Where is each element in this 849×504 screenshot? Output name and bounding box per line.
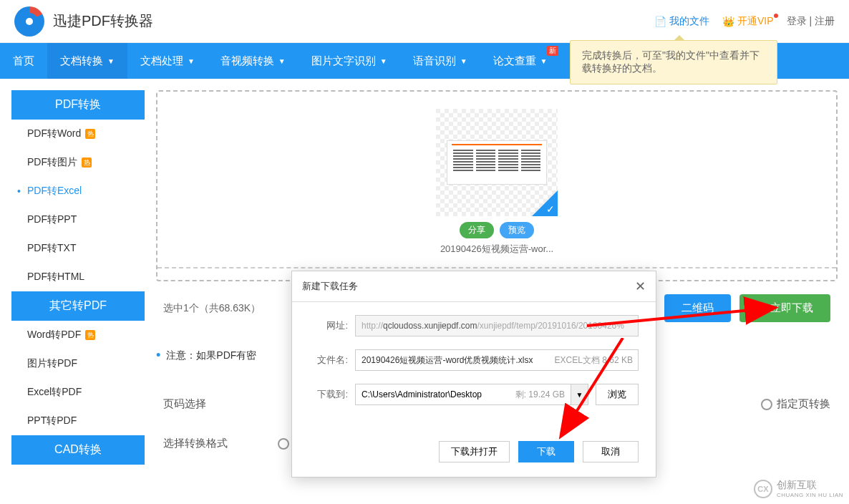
watermark-icon: CX [754,480,772,498]
sidebar-item[interactable]: PDF转图片热 [11,148,145,177]
path-dropdown[interactable]: ▼ [571,384,588,405]
download-dialog: 新建下载任务 ✕ 网址: http://qcloudoss.xunjiepdf.… [291,271,656,478]
qrcode-label: 二维码 [681,301,714,315]
chevron-down-icon: ▼ [188,57,195,65]
url-input: http://qcloudoss.xunjiepdf.com/xunjiepdf… [355,315,639,336]
specify-pages-label: 指定页转换 [777,397,830,411]
disk-free: 剩: 19.24 GB [515,389,565,401]
selected-check-icon [532,190,558,216]
download-icon: ⬇ [757,302,766,315]
format-label: 选择转换格式 [163,437,249,450]
file-meta: EXCEL文档 8.62 KB [555,354,633,367]
nav-item-4[interactable]: 图片文字识别▼ [299,43,400,79]
dialog-titlebar: 新建下载任务 ✕ [292,271,656,302]
filename-label: 文件名: [309,354,348,367]
file-drop-area[interactable]: 分享 预览 20190426短视频运营-wor... [156,90,838,281]
sidebar-item[interactable]: PDF转Excel [11,177,145,205]
hot-badge-icon: 热 [85,129,95,139]
file-thumbnail[interactable]: 分享 预览 20190426短视频运营-wor... [436,109,558,256]
download-button[interactable]: 下载 [518,441,574,462]
chevron-down-icon: ▼ [107,57,115,65]
sidebar-section-2[interactable]: CAD转换 [11,435,145,465]
vip-link[interactable]: 👑 开通VIP [722,15,774,28]
chevron-down-icon: ▼ [540,57,548,65]
nav-item-2[interactable]: 文档处理▼ [127,43,208,79]
saveto-path: C:\Users\Administrator\Desktop 剩: 19.24 … [355,384,571,405]
sidebar-item[interactable]: PDF转TXT [11,234,145,263]
download-now-button[interactable]: ⬇ 立即下载 [739,294,830,322]
file-name: 20190426短视频运营-wor... [436,243,558,256]
app-title: 迅捷PDF转换器 [53,11,153,31]
qrcode-button[interactable]: 二维码 [664,294,731,322]
download-label: 立即下载 [770,301,813,315]
sidebar-item[interactable]: 图片转PDF [11,349,145,378]
selection-info: 选中1个（共68.63K） [163,302,261,315]
crown-icon: 👑 [722,16,734,27]
new-badge: 新 [547,46,558,56]
nav-item-0[interactable]: 首页 [0,43,47,79]
saveto-label: 下载到: [309,388,348,401]
sidebar-item[interactable]: Excel转PDF [11,378,145,407]
specify-pages-radio[interactable]: 指定页转换 [761,397,830,411]
browse-button[interactable]: 浏览 [596,384,639,405]
download-and-open-button[interactable]: 下载并打开 [439,441,510,462]
dialog-title-text: 新建下载任务 [302,280,358,293]
sidebar-item[interactable]: PPT转PDF [11,407,145,435]
watermark-brand: 创新互联 [777,479,843,492]
notification-dot-icon [774,14,778,18]
my-files-link[interactable]: 📄 我的文件 [654,15,709,28]
share-button[interactable]: 分享 [460,222,494,238]
vip-label: 开通VIP [737,15,774,28]
sidebar-item[interactable]: PDF转PPT [11,205,145,234]
watermark: CX 创新互联 CHUANG XIN HU LIAN [754,479,843,498]
sidebar-section-0[interactable]: PDF转换 [11,90,145,120]
sidebar: PDF转换PDF转Word热PDF转图片热PDF转ExcelPDF转PPTPDF… [11,90,145,465]
hot-badge-icon: 热 [85,330,95,340]
page-select-label: 页码选择 [163,397,249,411]
nav-item-5[interactable]: 语音识别▼ [400,43,480,79]
nav-item-1[interactable]: 文档转换▼ [47,43,127,79]
hot-badge-icon: 热 [82,158,92,168]
chevron-down-icon: ▼ [380,57,387,65]
preview-button[interactable]: 预览 [500,222,534,238]
close-icon[interactable]: ✕ [635,278,646,294]
app-logo [14,6,44,37]
sidebar-section-1[interactable]: 其它转PDF [11,291,145,321]
hint-tooltip: 完成转换后，可至"我的文件"中查看并下载转换好的文档。 [570,40,777,84]
nav-item-6[interactable]: 论文查重▼新 [480,43,561,79]
cancel-button[interactable]: 取消 [583,441,639,462]
file-icon: 📄 [654,16,666,27]
chevron-down-icon: ▼ [460,57,467,65]
nav-item-3[interactable]: 音视频转换▼ [208,43,299,79]
url-label: 网址: [309,319,348,332]
sidebar-item[interactable]: Word转PDF热 [11,321,145,349]
watermark-sub: CHUANG XIN HU LIAN [777,492,843,498]
my-files-label: 我的文件 [669,15,709,28]
sidebar-item[interactable]: PDF转Word热 [11,120,145,148]
app-header: 迅捷PDF转换器 📄 我的文件 👑 开通VIP 登录 | 注册 [0,0,849,43]
auth-links[interactable]: 登录 | 注册 [787,15,835,28]
chevron-down-icon: ▼ [278,57,286,65]
sidebar-item[interactable]: PDF转HTML [11,263,145,291]
